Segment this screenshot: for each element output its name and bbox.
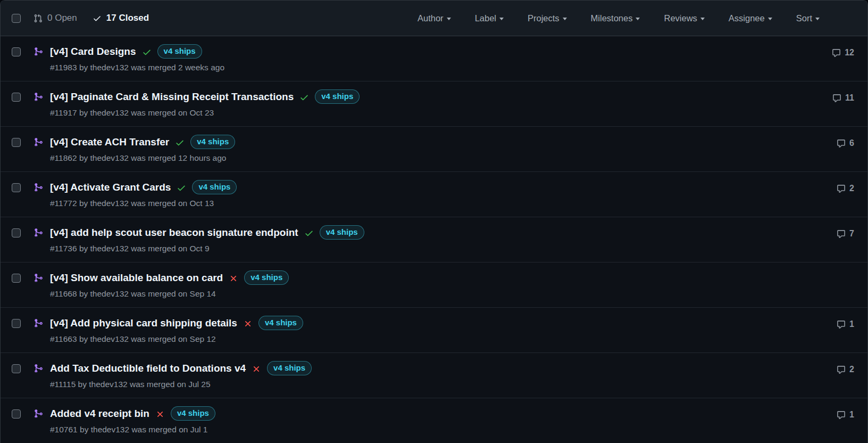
pr-title-link[interactable]: [v4] add help scout user beacon signatur…: [50, 227, 298, 239]
pr-meta: #11772 by thedev132 was merged on Oct 13: [50, 199, 837, 208]
comment-count: 2: [849, 184, 854, 193]
pr-comments-link[interactable]: 11: [832, 93, 854, 103]
git-merge-icon: [34, 364, 43, 373]
pr-row: [v4] add help scout user beacon signatur…: [1, 217, 867, 262]
pr-label-v4-ships[interactable]: v4 ships: [190, 135, 235, 149]
x-icon[interactable]: [155, 409, 165, 419]
closed-prs-link[interactable]: 17 Closed: [93, 13, 149, 23]
git-merge-icon: [34, 47, 43, 56]
pr-checkbox[interactable]: [12, 183, 21, 192]
pr-row-main: [v4] Card Designs v4 ships #11983 by the…: [50, 44, 832, 72]
pr-title-line: Added v4 receipt bin v4 ships: [50, 406, 837, 421]
comment-count: 1: [849, 319, 854, 329]
pr-label-v4-ships[interactable]: v4 ships: [320, 225, 364, 240]
pr-row-main: [v4] Add physical card shipping details …: [50, 316, 837, 344]
pr-meta: #11983 by thedev132 was merged 2 weeks a…: [50, 63, 832, 72]
pr-checkbox[interactable]: [12, 364, 21, 373]
pr-title-link[interactable]: [v4] Card Designs: [50, 46, 136, 58]
comment-count: 12: [845, 48, 854, 58]
pr-title-link[interactable]: Added v4 receipt bin: [50, 408, 149, 420]
pr-checkbox[interactable]: [12, 409, 21, 419]
pr-label-v4-ships[interactable]: v4 ships: [258, 316, 303, 330]
filter-sort[interactable]: Sort: [796, 13, 820, 23]
x-icon[interactable]: [243, 319, 253, 329]
x-icon[interactable]: [229, 274, 238, 283]
pr-checkbox[interactable]: [12, 319, 21, 328]
pr-row: [v4] Create ACH Transfer v4 ships #11862…: [1, 127, 867, 172]
pr-comments-link[interactable]: 2: [837, 365, 854, 374]
pr-title-line: [v4] Add physical card shipping details …: [50, 316, 837, 330]
closed-count-label: 17 Closed: [106, 13, 149, 23]
filter-reviews[interactable]: Reviews: [664, 13, 704, 23]
pr-comments-link[interactable]: 6: [837, 138, 854, 148]
pr-title-link[interactable]: [v4] Create ACH Transfer: [50, 136, 169, 148]
pr-title-link[interactable]: Add Tax Deductible field to Donations v4: [50, 363, 246, 374]
list-header: 0 Open 17 Closed Author Label Projects: [1, 1, 867, 36]
pr-row: [v4] Card Designs v4 ships #11983 by the…: [1, 36, 867, 81]
git-merge-icon: [34, 137, 43, 147]
pr-comments-link[interactable]: 12: [832, 48, 854, 58]
x-icon[interactable]: [252, 364, 261, 374]
pr-meta: #11115 by thedev132 was merged on Jul 25: [50, 380, 837, 389]
select-all-checkbox[interactable]: [12, 14, 21, 23]
comment-icon: [837, 229, 846, 239]
pr-checkbox[interactable]: [12, 47, 21, 56]
check-icon[interactable]: [175, 138, 185, 147]
pr-row: Added v4 receipt bin v4 ships #10761 by …: [1, 398, 867, 443]
git-merge-icon: [34, 92, 43, 102]
pr-title-link[interactable]: [v4] Activate Grant Cards: [50, 182, 171, 193]
check-icon[interactable]: [177, 183, 186, 193]
pr-checkbox[interactable]: [12, 228, 21, 237]
pr-row-main: [v4] Create ACH Transfer v4 ships #11862…: [50, 135, 837, 163]
chevron-down-icon: [563, 18, 567, 20]
git-merge-icon: [34, 318, 43, 328]
filter-projects[interactable]: Projects: [528, 13, 567, 23]
pr-meta: #11736 by thedev132 was merged on Oct 9: [50, 244, 837, 253]
pr-row: [v4] Add physical card shipping details …: [1, 308, 867, 353]
pr-row-main: Added v4 receipt bin v4 ships #10761 by …: [50, 406, 837, 434]
pr-label-v4-ships[interactable]: v4 ships: [171, 406, 215, 421]
pr-comments-link[interactable]: 2: [837, 184, 854, 193]
pr-comments-link[interactable]: 1: [837, 410, 854, 420]
filter-label[interactable]: Label: [475, 13, 504, 23]
pr-meta: #11917 by thedev132 was merged on Oct 23: [50, 108, 832, 118]
pr-rows: [v4] Card Designs v4 ships #11983 by the…: [1, 36, 867, 443]
pr-label-v4-ships[interactable]: v4 ships: [267, 361, 312, 375]
pr-label-v4-ships[interactable]: v4 ships: [192, 180, 237, 194]
check-icon[interactable]: [299, 93, 309, 102]
pr-title-line: [v4] Paginate Card & Missing Receipt Tra…: [50, 89, 832, 104]
pr-meta: #10761 by thedev132 was merged on Jul 1: [50, 425, 837, 434]
pr-checkbox[interactable]: [12, 138, 21, 147]
pr-title-link[interactable]: [v4] Paginate Card & Missing Receipt Tra…: [50, 91, 294, 103]
pr-meta: #11663 by thedev132 was merged on Sep 12: [50, 334, 837, 344]
filter-milestones[interactable]: Milestones: [591, 13, 640, 23]
pr-title-link[interactable]: [v4] Show available balance on card: [50, 272, 223, 284]
comment-count: 2: [849, 365, 854, 374]
check-icon[interactable]: [304, 228, 314, 238]
git-merge-icon: [34, 273, 43, 283]
open-prs-link[interactable]: 0 Open: [34, 13, 77, 23]
check-icon[interactable]: [142, 47, 152, 57]
git-merge-icon: [34, 228, 43, 237]
pr-comments-link[interactable]: 7: [837, 229, 854, 239]
pr-checkbox[interactable]: [12, 274, 21, 283]
pr-row-main: [v4] Show available balance on card v4 s…: [50, 270, 854, 299]
pr-title-line: [v4] add help scout user beacon signatur…: [50, 225, 837, 240]
filter-author[interactable]: Author: [418, 13, 451, 23]
filter-assignee[interactable]: Assignee: [729, 13, 772, 23]
pr-comments-link[interactable]: 1: [837, 319, 854, 329]
state-links: 0 Open 17 Closed: [34, 13, 149, 23]
comment-icon: [832, 94, 841, 103]
pr-label-v4-ships[interactable]: v4 ships: [244, 270, 289, 285]
pr-label-v4-ships[interactable]: v4 ships: [157, 44, 202, 59]
filter-bar: Author Label Projects Milestones Reviews…: [418, 13, 820, 23]
pr-title-link[interactable]: [v4] Add physical card shipping details: [50, 317, 237, 329]
git-merge-icon: [34, 409, 43, 419]
comment-icon: [837, 184, 846, 193]
comment-count: 7: [849, 229, 854, 239]
comment-icon: [837, 320, 846, 329]
pr-checkbox[interactable]: [12, 93, 21, 102]
pr-meta: #11668 by thedev132 was merged on Sep 14: [50, 289, 854, 299]
pr-label-v4-ships[interactable]: v4 ships: [315, 89, 360, 104]
chevron-down-icon: [768, 18, 772, 20]
